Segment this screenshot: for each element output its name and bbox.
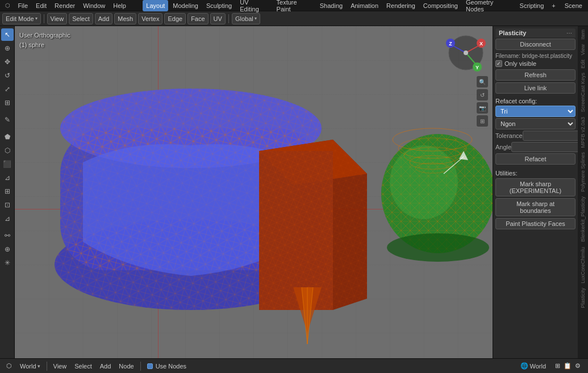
engine-icon: ⬡ [6, 362, 12, 370]
workspace-sculpting[interactable]: Sculpting [203, 0, 235, 11]
angle-input[interactable] [511, 142, 578, 152]
transform-dropdown-arrow: ▾ [255, 16, 257, 21]
workspace-geometry-nodes[interactable]: Geometry Nodes [462, 0, 515, 11]
tolerance-input[interactable] [523, 131, 578, 141]
edge-slide-tool-btn[interactable]: ✳ [1, 257, 14, 269]
toolbar-view[interactable]: View [47, 13, 68, 24]
svg-point-25 [390, 145, 458, 219]
workspace-rendering[interactable]: Rendering [383, 0, 419, 11]
bottom-right-icons: ⊞ 📋 ⚙ [551, 362, 585, 370]
bottom-view[interactable]: View [51, 362, 70, 370]
toolbar-add[interactable]: Add [95, 13, 113, 24]
use-nodes-checkbox[interactable] [147, 363, 153, 369]
rotate-tool-btn[interactable]: ↺ [1, 69, 14, 82]
loop-cut-tool-btn[interactable]: ⊿ [1, 171, 14, 184]
menu-render[interactable]: Render [51, 0, 78, 11]
workspace-animation[interactable]: Animation [347, 0, 382, 11]
transform-tool-btn[interactable]: ⊞ [1, 97, 14, 109]
mark-sharp-boundaries-btn[interactable]: Mark sharp at boundaries [495, 198, 576, 216]
refacet-config-label: Refacet config: [495, 98, 576, 104]
select-tool-btn[interactable]: ↖ [1, 28, 14, 41]
viewport-grid-btn[interactable]: ⊞ [477, 115, 488, 127]
toolbar-select[interactable]: Select [69, 13, 93, 24]
cursor-tool-btn[interactable]: ⊕ [1, 42, 14, 55]
extrude-tool-btn[interactable]: ⬟ [1, 131, 14, 143]
smooth-tool-btn[interactable]: ⊕ [1, 243, 14, 255]
far-right-item[interactable]: Item [580, 27, 586, 42]
bottom-icon-3[interactable]: ⚙ [575, 362, 581, 370]
viewport-camera-btn[interactable]: 📷 [477, 102, 488, 114]
far-right-blenkerkit[interactable]: Blenkerkit_Plasticity [580, 194, 586, 244]
toolbar-edge[interactable]: Edge [164, 13, 186, 24]
bottom-bar: ⬡ World ▾ View Select Add Node Use Nodes… [0, 358, 588, 373]
far-right-polymer[interactable]: Polymere Splines [580, 150, 586, 194]
workspace-compositing[interactable]: Compositing [420, 0, 461, 11]
paint-plasticity-btn[interactable]: Paint Plasticity Faces [495, 218, 576, 229]
ngon-select[interactable]: Ngon [495, 118, 576, 129]
bottom-icon-1[interactable]: ⊞ [555, 362, 560, 370]
svg-point-31 [387, 233, 489, 262]
far-right-plasticity[interactable]: Plasticity [580, 286, 586, 311]
bottom-select[interactable]: Select [72, 362, 95, 370]
right-panel: Plasticity ⋯ Disconnect Filename: bridge… [493, 26, 578, 358]
scene-selector[interactable]: Scene [561, 0, 586, 11]
workspace-scripting[interactable]: Scripting [516, 0, 548, 11]
menu-file[interactable]: File [14, 0, 31, 11]
bottom-add[interactable]: Add [97, 362, 114, 370]
disconnect-btn[interactable]: Disconnect [495, 39, 576, 50]
blender-logo-icon[interactable]: ⬡ [2, 0, 13, 11]
tri-select[interactable]: Tri [495, 106, 576, 117]
workspace-uv-editing[interactable]: UV Editing [236, 0, 272, 11]
spin-tool-btn[interactable]: ⚯ [1, 229, 14, 242]
far-right-view[interactable]: View [580, 42, 586, 57]
transform-selector[interactable]: Global ▾ [232, 13, 260, 24]
bottom-icon-2[interactable]: 📋 [564, 362, 572, 370]
workspace-layout[interactable]: Layout [143, 0, 168, 11]
toolbar-mesh[interactable]: Mesh [114, 13, 136, 24]
far-right-mpfb[interactable]: MPFB v2.0a3 [580, 115, 586, 150]
menu-edit[interactable]: Edit [32, 0, 50, 11]
toolbar-vertex[interactable]: Vertex [138, 13, 162, 24]
workspace-texture-paint[interactable]: Texture Paint [273, 0, 315, 11]
mode-selector[interactable]: Edit Mode ▾ [2, 13, 41, 24]
viewport-controls: 🔍 ↺ 📷 ⊞ [477, 76, 488, 127]
bottom-node[interactable]: Node [116, 362, 136, 370]
inset-tool-btn[interactable]: ⬡ [1, 144, 14, 157]
refacet-btn[interactable]: Refacet [495, 153, 576, 165]
bevel-tool-btn[interactable]: ⬛ [1, 158, 14, 170]
far-right-luxcore[interactable]: LuxCoreChimilu [580, 245, 586, 286]
panel-header: Plasticity ⋯ [495, 28, 576, 37]
workspace-modeling[interactable]: Modeling [169, 0, 202, 11]
move-tool-btn[interactable]: ✥ [1, 56, 14, 68]
only-visible-checkbox[interactable]: ✓ [495, 60, 502, 67]
toolbar-uv[interactable]: UV [210, 13, 226, 24]
navigation-gizmo[interactable]: X Y Z [446, 33, 486, 73]
toolbar-face[interactable]: Face [187, 13, 208, 24]
offset-edge-tool-btn[interactable]: ⊞ [1, 185, 14, 198]
transform-label: Global [235, 15, 253, 22]
menu-window[interactable]: Window [80, 0, 109, 11]
viewport-rotate-btn[interactable]: ↺ [477, 89, 488, 100]
bisect-tool-btn[interactable]: ⊿ [1, 212, 14, 225]
world-label: World [20, 363, 36, 370]
bottom-world-right[interactable]: 🌐 World [518, 362, 549, 370]
scale-tool-btn[interactable]: ⤢ [1, 83, 14, 95]
svg-point-44 [464, 51, 468, 55]
top-menu-bar: ⬡ File Edit Render Window Help Layout Mo… [0, 0, 588, 11]
bottom-engine-icon[interactable]: ⬡ [3, 362, 15, 370]
far-right-edit[interactable]: Edit [580, 57, 586, 71]
knife-tool-btn[interactable]: ⊡ [1, 199, 14, 211]
workspace-add[interactable]: + [548, 0, 558, 11]
viewport-zoom-btn[interactable]: 🔍 [477, 76, 488, 87]
bottom-world-selector[interactable]: World ▾ [17, 362, 43, 370]
annotate-tool-btn[interactable]: ✎ [1, 114, 14, 126]
menu-help[interactable]: Help [110, 0, 130, 11]
far-right-screencast[interactable]: ScreenCast Keys [580, 70, 586, 115]
workspace-shading[interactable]: Shading [316, 0, 346, 11]
live-link-btn[interactable]: Live link [495, 82, 576, 94]
panel-options-btn[interactable]: ⋯ [566, 30, 572, 36]
refresh-btn[interactable]: Refresh [495, 69, 576, 81]
plasticity-panel: Plasticity ⋯ Disconnect Filename: bridge… [493, 26, 578, 233]
mark-sharp-btn[interactable]: Mark sharp (EXPERIMENTAL) [495, 178, 576, 196]
viewport-3d[interactable]: User Orthographic (1) sphre X Y Z [15, 26, 493, 358]
